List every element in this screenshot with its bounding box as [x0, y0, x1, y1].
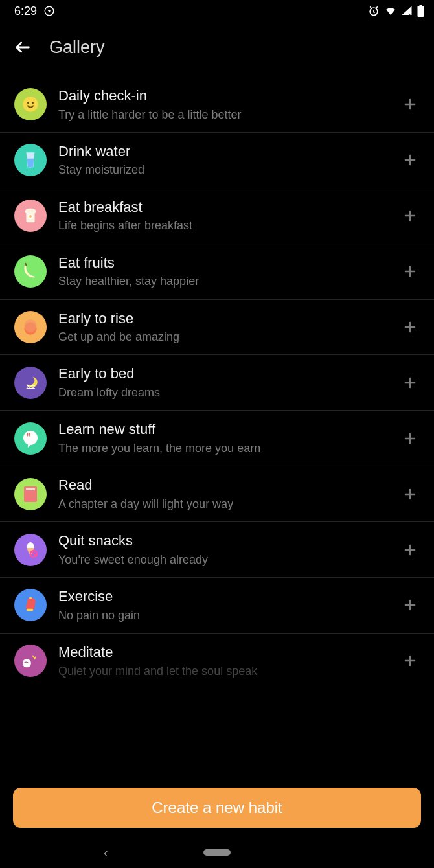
habit-row-exercise[interactable]: Exercise No pain no gain [0, 578, 434, 634]
habit-icon-glass [14, 144, 47, 176]
svg-rect-18 [27, 609, 32, 611]
nav-back-icon[interactable]: ‹ [104, 845, 108, 860]
add-habit-button[interactable] [400, 429, 420, 448]
habit-subtitle: Life begins after breakfast [58, 218, 390, 233]
habit-row-quit-snacks[interactable]: Quit snacks You're sweet enough already [0, 522, 434, 578]
habit-subtitle: Stay moisturized [58, 162, 390, 177]
svg-point-19 [23, 659, 31, 668]
cell-signal-icon: x [401, 5, 413, 17]
battery-icon [417, 5, 425, 17]
plus-icon [402, 597, 418, 613]
habit-row-eat-breakfast[interactable]: Eat breakfast Life begins after breakfas… [0, 188, 434, 244]
habit-title: Early to bed [58, 365, 390, 383]
nav-home-pill[interactable] [203, 849, 231, 856]
habit-subtitle: Try a little harder to be a little bette… [58, 107, 390, 122]
back-button[interactable] [13, 38, 32, 57]
add-habit-button[interactable] [400, 540, 420, 560]
plus-icon [402, 431, 418, 446]
habit-icon-quote: ” [14, 422, 47, 455]
page-title: Gallery [49, 38, 105, 58]
habit-row-early-to-bed[interactable]: zZz Early to bed Dream lofty dreams [0, 355, 434, 411]
status-time: 6:29 [14, 5, 37, 18]
plus-icon [402, 319, 418, 335]
habit-title: Quit snacks [58, 532, 390, 551]
svg-rect-16 [26, 488, 35, 490]
alarm-icon [367, 5, 380, 17]
habit-subtitle: Dream lofty dreams [58, 385, 390, 400]
habit-icon-meditate [14, 645, 47, 677]
plus-icon [402, 375, 418, 391]
wifi-icon [384, 5, 397, 17]
svg-point-9 [29, 215, 32, 218]
svg-rect-3 [418, 6, 424, 17]
add-habit-button[interactable] [400, 262, 420, 281]
habit-row-read[interactable]: Read A chapter a day will light your way [0, 466, 434, 522]
habit-row-drink-water[interactable]: Drink water Stay moisturized [0, 133, 434, 188]
add-habit-button[interactable] [400, 651, 420, 670]
habit-row-learn-new-stuff[interactable]: ” Learn new stuff The more you learn, th… [0, 411, 434, 466]
habit-icon-sun [14, 311, 47, 343]
plus-icon [402, 486, 418, 502]
plus-icon [402, 208, 418, 223]
habit-row-early-to-rise[interactable]: Early to rise Get up and be amazing [0, 300, 434, 356]
habit-row-eat-fruits[interactable]: Eat fruits Stay healthier, stay happier [0, 244, 434, 300]
habit-title: Exercise [58, 588, 390, 606]
app-bar: Gallery [0, 22, 434, 73]
habit-icon-banana [14, 255, 47, 288]
habit-title: Eat fruits [58, 254, 390, 273]
status-bar: 6:29 x [0, 0, 434, 22]
habit-subtitle: The more you learn, the more you earn [58, 440, 390, 456]
habit-icon-moon: zZz [14, 367, 47, 399]
add-habit-button[interactable] [400, 485, 420, 504]
add-habit-button[interactable] [400, 373, 420, 393]
svg-point-6 [27, 102, 29, 104]
habit-icon-glove [14, 589, 47, 621]
habit-title: Drink water [58, 143, 390, 161]
habit-row-daily-check-in[interactable]: Daily check-in Try a little harder to be… [0, 73, 434, 133]
add-habit-button[interactable] [400, 595, 420, 615]
habit-subtitle: No pain no gain [58, 608, 390, 623]
habit-row-meditate[interactable]: Meditate Quiet your mind and let the sou… [0, 634, 434, 689]
habit-list: Daily check-in Try a little harder to be… [0, 73, 434, 689]
plus-icon [402, 152, 418, 168]
habit-icon-smile [14, 88, 47, 120]
habit-title: Meditate [58, 643, 390, 662]
habit-subtitle: You're sweet enough already [58, 552, 390, 567]
habit-subtitle: Get up and be amazing [58, 329, 390, 345]
habit-title: Read [58, 476, 390, 495]
habit-title: Learn new stuff [58, 420, 390, 439]
arrow-left-icon [14, 38, 32, 56]
habit-icon-toast [14, 200, 47, 232]
add-habit-button[interactable] [400, 95, 420, 114]
habit-icon-icecream [14, 534, 47, 566]
svg-point-11 [24, 319, 36, 332]
svg-text:zZz: zZz [26, 383, 35, 390]
plus-icon [402, 264, 418, 279]
add-habit-button[interactable] [400, 150, 420, 170]
habit-subtitle: A chapter a day will light your way [58, 496, 390, 512]
habit-icon-book [14, 478, 47, 510]
plus-icon [402, 653, 418, 668]
plus-icon [402, 97, 418, 112]
svg-rect-4 [420, 5, 422, 6]
habit-subtitle: Stay healthier, stay happier [58, 273, 390, 289]
svg-point-7 [32, 102, 34, 104]
habit-title: Eat breakfast [58, 198, 390, 217]
habit-title: Early to rise [58, 310, 390, 328]
svg-point-5 [23, 97, 38, 112]
svg-text:”: ” [26, 432, 31, 443]
system-navigation-bar: ‹ [0, 837, 434, 868]
add-habit-button[interactable] [400, 206, 420, 225]
plus-icon [402, 542, 418, 558]
habit-subtitle: Quiet your mind and let the soul speak [58, 663, 390, 679]
create-habit-button[interactable]: Create a new habit [13, 788, 421, 828]
create-habit-label: Create a new habit [152, 799, 282, 817]
compass-icon [43, 5, 55, 17]
habit-title: Daily check-in [58, 87, 390, 106]
add-habit-button[interactable] [400, 317, 420, 337]
